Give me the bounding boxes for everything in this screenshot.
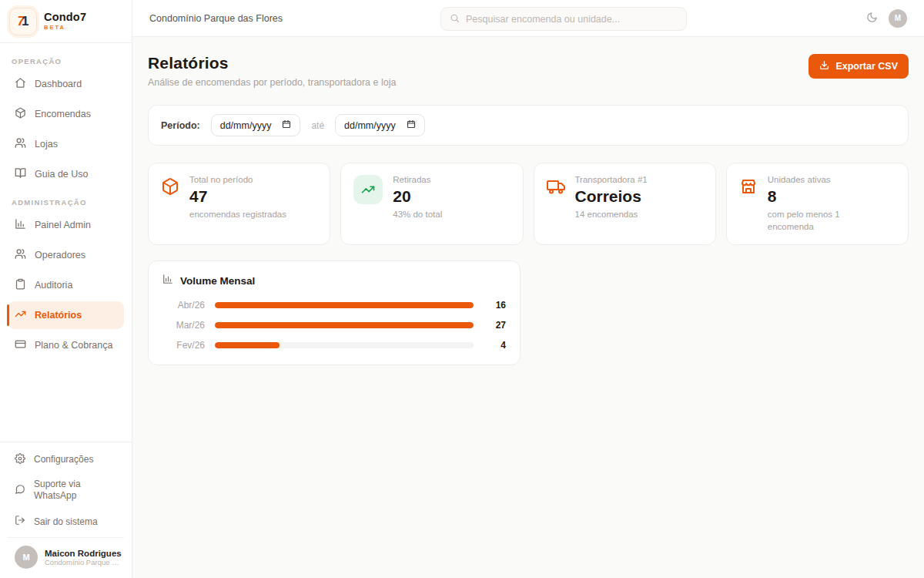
logout-icon bbox=[15, 515, 25, 528]
page-header: Relatórios Análise de encomendas por per… bbox=[148, 54, 909, 88]
stat-label: Retiradas bbox=[393, 175, 442, 184]
sidebar-item-label: Operadores bbox=[35, 250, 85, 260]
sidebar-item-label: Relatórios bbox=[35, 310, 82, 321]
user-info: Maicon Rodrigues Condomínio Parque d... bbox=[45, 549, 122, 566]
sidebar-item-label: Plano & Cobrança bbox=[35, 340, 112, 351]
date-to-input[interactable]: dd/mm/yyyy bbox=[335, 114, 425, 136]
stat-sub: 43% do total bbox=[393, 209, 442, 221]
topbar: Condomínio Parque das Flores M bbox=[132, 0, 924, 37]
sidebar-item-label: Lojas bbox=[35, 139, 58, 150]
sidebar-item-label: Guia de Uso bbox=[35, 169, 88, 180]
brand-text: Condo7 BETA bbox=[44, 12, 86, 31]
brand-logo: 71 bbox=[9, 8, 37, 35]
logo-one: 1 bbox=[22, 14, 28, 29]
export-csv-label: Exportar CSV bbox=[835, 61, 898, 72]
chart-bar bbox=[215, 302, 474, 308]
search-input[interactable] bbox=[466, 14, 678, 25]
main-content: Relatórios Análise de encomendas por per… bbox=[132, 37, 924, 578]
sidebar-item-suporte-whatsapp[interactable]: Suporte via WhatsApp bbox=[8, 472, 124, 509]
calendar-icon[interactable] bbox=[407, 119, 416, 131]
sidebar-item-label: Dashboard bbox=[35, 79, 82, 89]
export-csv-button[interactable]: Exportar CSV bbox=[808, 54, 909, 79]
gear-icon bbox=[15, 453, 25, 466]
stat-content: Transportadora #1 Correios 14 encomendas bbox=[575, 175, 648, 233]
sidebar-user[interactable]: M Maicon Rodrigues Condomínio Parque d..… bbox=[8, 537, 124, 578]
calendar-icon[interactable] bbox=[282, 119, 291, 131]
sidebar-item-plano-cobranca[interactable]: Plano & Cobrança bbox=[8, 331, 124, 359]
topbar-actions: M bbox=[866, 9, 907, 28]
stat-content: Total no período 47 encomendas registrad… bbox=[189, 175, 286, 233]
stat-sub: com pelo menos 1 encomenda bbox=[768, 209, 875, 233]
sidebar-item-guia-de-uso[interactable]: Guia de Uso bbox=[8, 160, 124, 188]
chart-row: Mar/26 27 bbox=[162, 320, 506, 331]
footer-item-label: Configurações bbox=[34, 454, 93, 465]
app-window: 71 Condo7 BETA OPERAÇÃO Dashboard Encome… bbox=[0, 0, 924, 578]
brand-header: 71 Condo7 BETA bbox=[0, 0, 132, 43]
sidebar-item-label: Auditoria bbox=[35, 280, 72, 291]
volume-mensal-chart-card: Volume Mensal Abr/26 16 Mar/26 27 Fev/26… bbox=[148, 260, 521, 365]
chart-title-row: Volume Mensal bbox=[162, 274, 506, 287]
period-filter-card: Período: dd/mm/yyyy até dd/mm/yyyy bbox=[148, 105, 909, 146]
trending-up-icon bbox=[15, 308, 26, 322]
stat-content: Retiradas 20 43% do total bbox=[393, 175, 442, 233]
stat-card-retiradas: Retiradas 20 43% do total bbox=[340, 163, 523, 245]
clipboard-icon bbox=[15, 278, 26, 292]
chart-title: Volume Mensal bbox=[180, 275, 255, 287]
stat-label: Total no período bbox=[189, 175, 286, 184]
trending-up-icon bbox=[353, 175, 383, 204]
user-subtitle: Condomínio Parque d... bbox=[45, 558, 122, 566]
footer-item-label: Sair do sistema bbox=[34, 516, 98, 527]
search-icon bbox=[450, 12, 460, 26]
bar-chart-icon bbox=[15, 218, 26, 232]
stat-sub: 14 encomendas bbox=[575, 209, 648, 221]
truck-icon bbox=[547, 177, 565, 196]
sidebar-item-operadores[interactable]: Operadores bbox=[8, 241, 124, 269]
download-icon bbox=[819, 60, 829, 72]
chart-bar-track bbox=[215, 302, 474, 308]
store-icon bbox=[739, 177, 758, 196]
sidebar-item-dashboard[interactable]: Dashboard bbox=[8, 70, 124, 98]
user-menu-avatar[interactable]: M bbox=[889, 9, 907, 28]
page-subtitle: Análise de encomendas por período, trans… bbox=[148, 77, 396, 88]
credit-card-icon bbox=[15, 338, 26, 352]
stat-label: Unidades ativas bbox=[768, 175, 875, 184]
chart-category: Mar/26 bbox=[162, 320, 215, 331]
date-from-input[interactable]: dd/mm/yyyy bbox=[211, 114, 301, 136]
book-open-icon bbox=[15, 167, 26, 181]
users-icon bbox=[15, 137, 26, 151]
dark-mode-toggle[interactable] bbox=[866, 12, 878, 25]
stat-sub: encomendas registradas bbox=[189, 209, 286, 221]
stat-value: 20 bbox=[393, 187, 442, 205]
stat-value: Correios bbox=[575, 187, 648, 205]
brand-name: Condo7 bbox=[44, 12, 86, 24]
sidebar-item-relatorios[interactable]: Relatórios bbox=[8, 301, 124, 329]
date-to-value: dd/mm/yyyy bbox=[344, 120, 396, 131]
search-box[interactable] bbox=[440, 7, 687, 31]
condo-name: Condomínio Parque das Flores bbox=[149, 13, 283, 24]
chart-value: 27 bbox=[474, 320, 506, 331]
chart-bar bbox=[215, 322, 474, 328]
sidebar-item-sair[interactable]: Sair do sistema bbox=[8, 509, 124, 534]
chart-value: 4 bbox=[474, 340, 506, 351]
chart-row: Abr/26 16 bbox=[162, 300, 506, 311]
sidebar-item-lojas[interactable]: Lojas bbox=[8, 130, 124, 158]
stat-card-transportadora: Transportadora #1 Correios 14 encomendas bbox=[534, 163, 716, 245]
package-icon bbox=[161, 177, 179, 196]
bar-chart-icon bbox=[162, 274, 173, 287]
sidebar-nav: OPERAÇÃO Dashboard Encomendas Lojas Guia… bbox=[0, 43, 132, 368]
nav-section-operacao: OPERAÇÃO bbox=[8, 49, 124, 70]
sidebar-item-painel-admin[interactable]: Painel Admin bbox=[8, 211, 124, 239]
users-icon bbox=[15, 248, 26, 262]
chart-category: Abr/26 bbox=[162, 300, 215, 311]
brand-badge: BETA bbox=[44, 24, 86, 31]
footer-item-label: Suporte via WhatsApp bbox=[34, 479, 100, 502]
sidebar-item-auditoria[interactable]: Auditoria bbox=[8, 271, 124, 299]
home-icon bbox=[15, 77, 26, 91]
stat-card-unidades: Unidades ativas 8 com pelo menos 1 encom… bbox=[726, 163, 909, 245]
sidebar-footer: Configurações Suporte via WhatsApp Sair … bbox=[0, 442, 132, 578]
sidebar-item-configuracoes[interactable]: Configurações bbox=[8, 447, 124, 472]
period-label: Período: bbox=[161, 120, 200, 131]
period-separator: até bbox=[311, 120, 324, 131]
sidebar-item-encomendas[interactable]: Encomendas bbox=[8, 100, 124, 128]
chart-bar-track bbox=[215, 322, 474, 328]
